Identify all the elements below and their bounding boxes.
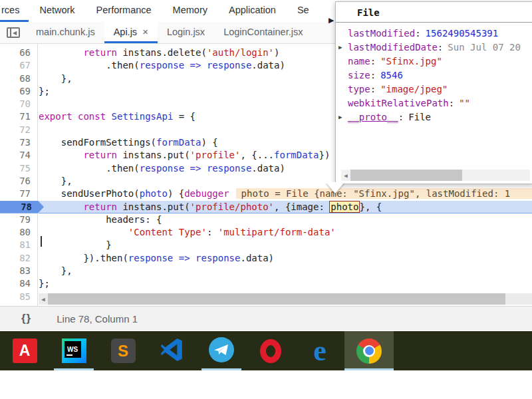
- line-number-gutter[interactable]: 6667686970717273747576777879808182838485…: [0, 44, 38, 306]
- main-tab-se[interactable]: Se: [287, 0, 320, 22]
- scrollbar-left-arrow-icon[interactable]: ◀: [39, 296, 48, 303]
- file-tab-login-jsx[interactable]: Login.jsx: [158, 22, 214, 43]
- chevron-left-icon: ◀: [13, 30, 17, 36]
- code-line-83[interactable]: },: [39, 265, 532, 277]
- line-number[interactable]: 85: [0, 291, 37, 303]
- main-tab-performance[interactable]: Performance: [86, 0, 162, 22]
- line-number[interactable]: 84: [0, 277, 37, 290]
- code-line-78[interactable]: return instans.put('profile/photo', {ima…: [39, 201, 532, 213]
- line-number[interactable]: 74: [0, 149, 37, 162]
- code-line-84[interactable]: };: [39, 277, 532, 290]
- code-line-79[interactable]: headers: {: [39, 213, 532, 226]
- expand-triangle-icon[interactable]: ▶: [338, 114, 348, 120]
- line-number[interactable]: 76: [0, 175, 37, 188]
- edge-icon: e: [313, 339, 327, 363]
- file-tab-api-js[interactable]: Api.js×: [104, 22, 158, 43]
- scrollbar-thumb[interactable]: [48, 293, 505, 305]
- code-token: =>: [190, 60, 201, 70]
- line-number[interactable]: 67: [0, 59, 37, 72]
- code-token: [72, 111, 78, 122]
- code-token: const: [78, 111, 106, 122]
- code-token: sendFormSettings(: [39, 137, 156, 148]
- code-token: }: [39, 239, 112, 250]
- line-number[interactable]: 75: [0, 162, 37, 175]
- code-token: [190, 253, 196, 263]
- taskbar-item-acrobat-reader[interactable]: A: [0, 331, 49, 370]
- tab-overflow-arrow-icon[interactable]: ▶: [329, 16, 334, 25]
- line-number[interactable]: 66: [0, 47, 37, 59]
- taskbar-item-vscode[interactable]: [148, 331, 197, 370]
- taskbar-item-chrome[interactable]: [344, 331, 394, 370]
- colon: :: [398, 112, 404, 122]
- pretty-print-button[interactable]: {}: [21, 312, 31, 325]
- code-token: =>: [190, 163, 201, 174]
- code-line-82[interactable]: }).then(response => response.data): [39, 252, 532, 265]
- code-token: },: [39, 265, 72, 276]
- popup-property-row: type:"image/jpeg": [336, 82, 532, 96]
- code-token: }).then(: [39, 253, 128, 263]
- hovered-variable-token[interactable]: photo: [329, 201, 360, 213]
- code-line-77[interactable]: sendUserPhoto(photo) {debuggerphoto = Fi…: [39, 188, 532, 200]
- file-tab-label: LoginContainer.jsx: [223, 27, 303, 37]
- line-number[interactable]: 80: [0, 226, 37, 239]
- code-token: response: [207, 163, 251, 174]
- navigator-toggle-button[interactable]: ◀: [0, 22, 27, 43]
- code-token: 'profile': [190, 150, 241, 160]
- scrollbar-thumb[interactable]: [350, 170, 462, 181]
- line-number[interactable]: 71: [0, 110, 37, 123]
- line-number[interactable]: 83: [0, 265, 37, 277]
- code-token: formData: [156, 137, 201, 148]
- code-token: debugger: [184, 188, 229, 199]
- taskbar-item-edge[interactable]: e: [295, 331, 344, 370]
- line-number[interactable]: 69: [0, 85, 37, 98]
- popup-property-row: name:"Sfinx.jpg": [336, 54, 532, 68]
- code-token: .then(: [39, 60, 140, 70]
- windows-taskbar: AWSSe: [0, 331, 532, 370]
- line-number[interactable]: 72: [0, 124, 37, 136]
- file-tab-main-chunk-js[interactable]: main.chunk.js: [27, 22, 104, 43]
- main-tab-memory[interactable]: Memory: [162, 0, 218, 22]
- taskbar-item-opera[interactable]: [246, 331, 295, 370]
- code-token: return: [83, 150, 117, 160]
- main-tab-network[interactable]: Network: [29, 0, 85, 22]
- code-line-80[interactable]: 'Content Type': 'multipart/form-data': [39, 226, 532, 239]
- code-token: photo: [140, 188, 168, 199]
- execution-line-number[interactable]: 78: [0, 201, 44, 213]
- line-number[interactable]: 86: [0, 303, 37, 306]
- code-token: response: [140, 163, 184, 174]
- close-tab-icon[interactable]: ×: [142, 27, 148, 37]
- property-name: __proto__: [348, 112, 398, 122]
- line-number[interactable]: 81: [0, 239, 37, 251]
- taskbar-item-telegram[interactable]: [197, 331, 246, 370]
- code-token: [39, 47, 83, 58]
- taskbar-item-webstorm[interactable]: WS: [49, 331, 98, 370]
- editor-horizontal-scrollbar[interactable]: ◀: [39, 293, 532, 305]
- line-number[interactable]: 73: [0, 136, 37, 149]
- scrollbar-left-arrow-icon[interactable]: ◀: [341, 172, 350, 179]
- code-token: [39, 227, 128, 237]
- code-token: 'profile/photo': [190, 201, 274, 212]
- line-number[interactable]: 68: [0, 72, 37, 85]
- code-token: 'auth/login': [207, 47, 274, 58]
- main-tab-rces[interactable]: rces: [0, 0, 29, 22]
- code-token: =>: [179, 253, 190, 263]
- main-tab-application[interactable]: Application: [218, 0, 287, 22]
- popup-horizontal-scrollbar[interactable]: ◀: [341, 170, 530, 181]
- file-tab-label: Login.jsx: [167, 27, 205, 37]
- code-token: .data): [251, 163, 285, 174]
- line-number[interactable]: 79: [0, 213, 37, 226]
- taskbar-item-sublime-text[interactable]: S: [98, 331, 148, 370]
- line-number[interactable]: 70: [0, 98, 37, 110]
- expand-triangle-icon[interactable]: ▶: [338, 44, 348, 51]
- code-token: [106, 111, 111, 122]
- code-line-81[interactable]: }: [39, 239, 532, 251]
- popup-property-row: ▶lastModifiedDate:Sun Jul 07 20: [336, 40, 532, 54]
- property-value: "image/jpeg": [380, 84, 448, 94]
- opera-icon: [260, 339, 281, 363]
- file-tab-logincontainer-jsx[interactable]: LoginContainer.jsx: [214, 22, 312, 43]
- desktop-white-strip: [0, 370, 532, 399]
- line-number[interactable]: 77: [0, 188, 37, 200]
- line-number[interactable]: 82: [0, 252, 37, 265]
- code-token: 'multipart/form-data': [218, 227, 336, 237]
- code-token: response: [128, 253, 173, 263]
